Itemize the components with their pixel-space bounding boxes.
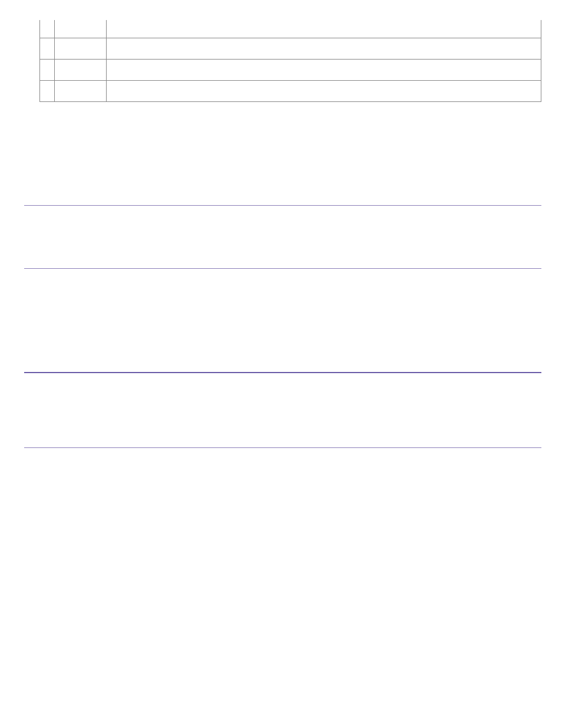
table-row <box>40 81 541 102</box>
divider-line-thick <box>24 372 541 373</box>
table-row <box>40 38 541 60</box>
table-cell <box>107 20 541 38</box>
table-row <box>40 20 541 38</box>
table-cell <box>55 81 107 102</box>
divider-line <box>24 205 541 206</box>
table-cell <box>55 38 107 60</box>
table-cell <box>107 38 541 60</box>
table-cell <box>40 20 55 38</box>
table-cell <box>40 81 55 102</box>
divider-line <box>24 268 541 269</box>
table-cell <box>55 60 107 81</box>
table-cell <box>40 60 55 81</box>
table-cell <box>107 81 541 102</box>
table-row <box>40 60 541 81</box>
empty-table <box>39 20 541 102</box>
table-cell <box>55 20 107 38</box>
data-table <box>39 20 541 102</box>
divider-line <box>24 447 541 448</box>
table-cell <box>107 60 541 81</box>
table-cell <box>40 38 55 60</box>
